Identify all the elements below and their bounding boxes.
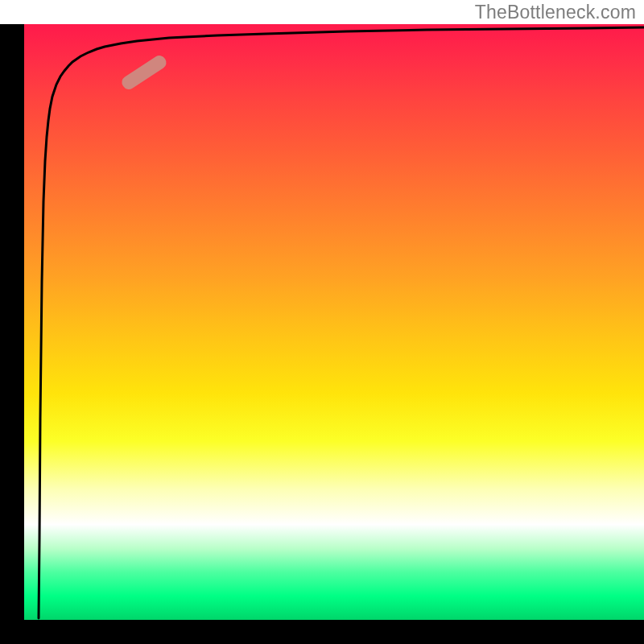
bottleneck-curve	[39, 27, 644, 618]
attribution-text: TheBottleneck.com	[475, 2, 636, 23]
curve-layer	[24, 24, 644, 620]
svg-rect-0	[119, 53, 168, 92]
chart-outer-border	[0, 24, 644, 644]
plot-area	[24, 24, 644, 620]
curve-marker	[119, 53, 168, 92]
chart-frame: TheBottleneck.com	[0, 0, 644, 644]
